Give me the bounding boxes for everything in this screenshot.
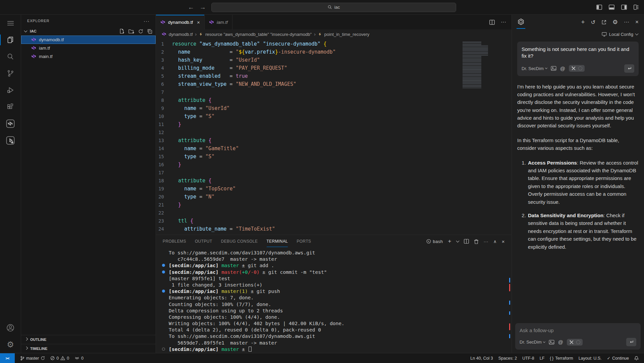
tools-toggle[interactable]: [567, 339, 583, 346]
new-terminal-icon[interactable]: +: [448, 238, 451, 245]
prompt-dot-icon: [162, 270, 165, 274]
split-terminal-icon[interactable]: [464, 239, 469, 244]
tab-terminal[interactable]: TERMINAL: [267, 239, 288, 244]
file-row-main.tf[interactable]: main.tf: [21, 52, 156, 61]
explorer-more-actions-icon[interactable]: ···: [144, 18, 150, 24]
tab-output[interactable]: OUTPUT: [195, 239, 212, 244]
chat-settings-gear-icon[interactable]: ⚙: [612, 18, 618, 26]
refresh-icon[interactable]: [138, 29, 143, 34]
run-debug-icon[interactable]: [0, 82, 21, 99]
tools-toggle[interactable]: [569, 65, 585, 72]
collapse-all-icon[interactable]: [147, 29, 152, 34]
source-control-icon[interactable]: [0, 65, 21, 82]
response-list: Access Permissions: Review the access co…: [517, 159, 639, 251]
attach-image-icon[interactable]: [551, 66, 556, 71]
minimap[interactable]: [463, 42, 488, 88]
toggle-panel-icon[interactable]: [609, 5, 614, 10]
new-chat-icon[interactable]: +: [581, 18, 585, 26]
tools-icon: [571, 66, 576, 71]
panel-more-actions-icon[interactable]: ···: [484, 239, 488, 244]
followup-input-card[interactable]: Ask a follow-up Dr. SecDim @: [515, 323, 641, 350]
kill-terminal-icon[interactable]: [474, 239, 479, 244]
model-selector[interactable]: Dr. SecDim: [522, 66, 547, 71]
scrollbar-decoration: [509, 301, 510, 305]
folder-root-iac[interactable]: IAC: [21, 27, 156, 36]
outline-section[interactable]: OUTLINE: [21, 335, 156, 344]
model-label: Dr. SecDim: [522, 66, 544, 71]
notifications-bell-icon[interactable]: [632, 353, 641, 363]
model-selector[interactable]: Dr. SecDim: [520, 340, 545, 345]
close-panel-icon[interactable]: ×: [502, 239, 505, 244]
file-row-iam.tf[interactable]: iam.tf: [21, 44, 156, 52]
errors-icon: [50, 356, 55, 360]
code-line: 10 type = "S": [156, 112, 512, 120]
encoding[interactable]: UTF-8: [520, 353, 537, 363]
cursor-position[interactable]: Ln 40, Col 3: [468, 353, 495, 363]
history-icon[interactable]: ↺: [591, 19, 595, 25]
user-message-card: Something is not secure here can you fin…: [517, 42, 639, 76]
new-file-icon[interactable]: [119, 28, 124, 34]
followup-placeholder: Ask a follow-up: [520, 327, 636, 333]
eol-sequence[interactable]: LF: [537, 353, 547, 363]
tab-debug-console[interactable]: DEBUG CONSOLE: [221, 239, 258, 244]
config-selector[interactable]: Local Config: [512, 29, 644, 39]
problems-indicator[interactable]: 0 0: [48, 353, 72, 363]
settings-gear-icon[interactable]: ⚙: [0, 336, 21, 353]
continue-button[interactable]: ✓ Continue: [604, 353, 632, 363]
close-tab-icon[interactable]: ×: [197, 19, 200, 25]
attach-image-icon[interactable]: [549, 340, 554, 345]
symbol-event-icon: [199, 32, 203, 37]
tab-dynamodb-tf[interactable]: dynamodb.tf ×: [156, 15, 205, 29]
tab-problems[interactable]: PROBLEMS: [163, 239, 186, 244]
new-folder-icon[interactable]: [128, 29, 134, 34]
indentation[interactable]: Spaces: 2: [496, 353, 520, 363]
maximize-panel-icon[interactable]: ∧: [493, 239, 497, 244]
file-row-dynamodb.tf[interactable]: dynamodb.tf: [21, 36, 156, 44]
language-mode[interactable]: { } Terraform: [547, 353, 576, 363]
timeline-section[interactable]: TIMELINE: [21, 344, 156, 353]
tab-iam-tf[interactable]: iam.tf: [205, 15, 232, 29]
shell-selector[interactable]: bash: [426, 239, 443, 244]
send-button[interactable]: [626, 338, 636, 346]
account-icon[interactable]: [0, 319, 21, 336]
mention-icon[interactable]: @: [558, 339, 563, 345]
chevron-down-icon[interactable]: [456, 239, 459, 242]
breadcrumb-symbol[interactable]: resource "aws_dynamodb_table" "insecure-…: [205, 32, 312, 37]
chevron-right-icon: [25, 347, 28, 350]
editor-more-actions-icon[interactable]: ···: [501, 19, 506, 25]
search-sidebar-icon[interactable]: [0, 48, 21, 65]
ports-indicator[interactable]: 0: [72, 353, 86, 363]
terminal-output[interactable]: To ssh://game.secdim.com/davi3107/dynamo…: [156, 248, 512, 353]
keyboard-layout[interactable]: Layout: U.S.: [576, 353, 604, 363]
chat-history[interactable]: Something is not secure here can you fin…: [512, 39, 644, 353]
split-editor-icon[interactable]: [489, 20, 495, 25]
breadcrumb[interactable]: dynamodb.tf › resource "aws_dynamodb_tab…: [156, 29, 512, 39]
back-arrow-icon[interactable]: ←: [188, 4, 194, 11]
mention-icon[interactable]: @: [560, 66, 565, 71]
tab-ports[interactable]: PORTS: [297, 239, 311, 244]
chevron-down-icon: [545, 67, 547, 69]
terraform-extension-icon[interactable]: [0, 115, 21, 132]
remote-indicator[interactable]: ><: [0, 353, 15, 363]
branch-indicator[interactable]: master: [17, 353, 48, 363]
open-in-editor-icon[interactable]: [601, 20, 606, 25]
forward-arrow-icon[interactable]: →: [200, 4, 206, 11]
chevron-down-icon: [24, 29, 28, 33]
code-editor[interactable]: 1resource "aws_dynamodb_table" "insecure…: [156, 39, 512, 235]
explorer-icon[interactable]: [0, 32, 21, 48]
terraform-cloud-extension-icon[interactable]: [0, 132, 21, 149]
close-chat-icon[interactable]: ×: [635, 19, 639, 25]
extensions-icon[interactable]: [0, 99, 21, 115]
command-center-search[interactable]: iac: [211, 3, 456, 12]
chat-more-actions-icon[interactable]: ···: [624, 19, 629, 25]
toggle-right-sidebar-icon[interactable]: [621, 5, 627, 10]
menu-icon[interactable]: [0, 15, 21, 32]
toggle-left-sidebar-icon[interactable]: [596, 5, 602, 10]
secdim-chat-tab[interactable]: [517, 18, 525, 26]
breadcrumb-member[interactable]: point_in_time_recovery: [324, 32, 369, 37]
customize-layout-icon[interactable]: [634, 5, 639, 10]
breadcrumb-file[interactable]: dynamodb.tf: [169, 32, 193, 37]
send-button[interactable]: [624, 64, 634, 73]
symbol-event-icon: [318, 32, 322, 37]
terminal-line: Writing objects: 100% (4/4), 402 bytes |…: [163, 320, 512, 327]
